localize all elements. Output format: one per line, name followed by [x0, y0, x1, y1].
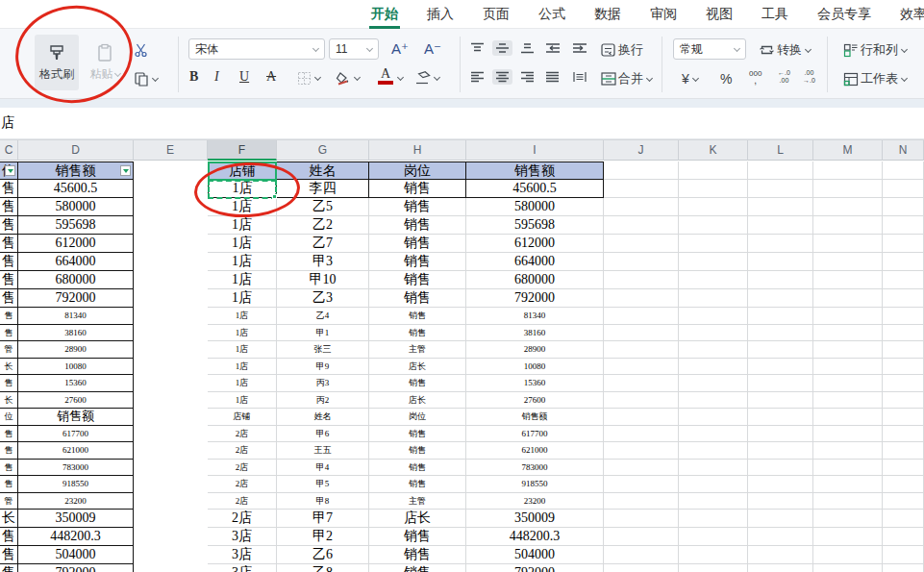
cell-M-row17[interactable]: [813, 442, 883, 460]
cell-H-row8[interactable]: 销售: [369, 289, 466, 308]
cell-I-row10[interactable]: 38160: [466, 325, 604, 342]
cell-D-row11[interactable]: 28900: [18, 341, 134, 359]
cell-M-row19[interactable]: [813, 476, 883, 493]
cell-L-row19[interactable]: [748, 476, 813, 493]
cell-M-row21[interactable]: [813, 510, 883, 528]
cell-I-row19[interactable]: 918550: [466, 476, 604, 493]
cell-G-row18[interactable]: 甲4: [277, 460, 369, 477]
cell-H-row15[interactable]: 岗位: [369, 409, 466, 426]
cell-L-row23[interactable]: [748, 546, 813, 564]
column-header-I[interactable]: I: [466, 140, 604, 161]
cell-G-row16[interactable]: 甲6: [277, 426, 369, 443]
cell-L-row2[interactable]: [748, 180, 813, 198]
menu-tab-页面[interactable]: 页面: [481, 2, 512, 27]
cell-M-row9[interactable]: [813, 308, 883, 325]
filter-button-C[interactable]: [5, 165, 15, 176]
cell-N-row4[interactable]: [883, 216, 924, 235]
cell-G-row17[interactable]: 王五: [277, 442, 369, 460]
cell-F-row11[interactable]: 1店: [208, 341, 277, 359]
cell-F-row10[interactable]: 1店: [208, 325, 277, 342]
bold-button[interactable]: B: [187, 67, 208, 87]
cell-N-row3[interactable]: [883, 198, 924, 216]
cell-K-row19[interactable]: [679, 476, 748, 493]
cell-J-row23[interactable]: [604, 546, 679, 564]
cell-N-row13[interactable]: [883, 375, 924, 392]
column-header-E[interactable]: E: [134, 140, 208, 161]
cell-G-row20[interactable]: 甲8: [277, 493, 369, 510]
cell-G-row3[interactable]: 乙5: [277, 198, 369, 216]
cell-L-row24[interactable]: [748, 564, 813, 572]
cell-H-row10[interactable]: 销售: [369, 325, 466, 342]
cell-I-row17[interactable]: 621000: [466, 442, 604, 460]
cell-M-row16[interactable]: [813, 426, 883, 443]
cell-I-row15[interactable]: 销售额: [466, 409, 604, 426]
paste-button[interactable]: 粘贴: [83, 35, 127, 90]
cell-G-row6[interactable]: 甲3: [277, 253, 369, 271]
copy-button[interactable]: [131, 69, 161, 88]
cell-F-row23[interactable]: 3店: [208, 546, 277, 564]
cell-J-row19[interactable]: [604, 476, 679, 493]
cell-C-row12[interactable]: 长: [0, 359, 18, 376]
cell-M-row11[interactable]: [813, 341, 883, 359]
align-right-button[interactable]: [517, 69, 537, 85]
cell-N-row5[interactable]: [883, 235, 924, 253]
cell-J-row10[interactable]: [604, 325, 679, 342]
thousands-separator-button[interactable]: 000 ,: [746, 67, 764, 86]
cell-K-row15[interactable]: [679, 409, 748, 426]
cell-K-row14[interactable]: [679, 392, 748, 410]
cell-J-row15[interactable]: [604, 409, 679, 426]
cell-I-row13[interactable]: 15360: [466, 375, 604, 392]
cell-K-row17[interactable]: [679, 442, 748, 460]
cut-button[interactable]: [131, 40, 152, 60]
cell-H-row20[interactable]: 主管: [369, 493, 466, 510]
cell-M-row12[interactable]: [813, 359, 883, 376]
cell-H-row19[interactable]: 销售: [369, 476, 466, 493]
cell-L-row4[interactable]: [748, 216, 813, 235]
cell-D-row3[interactable]: 580000: [18, 198, 134, 216]
cell-J-row5[interactable]: [604, 235, 679, 253]
cell-K-row10[interactable]: [679, 325, 748, 342]
cell-C-row23[interactable]: 售: [0, 546, 18, 564]
wrap-text-button[interactable]: 换行: [598, 39, 646, 61]
menu-tab-开始[interactable]: 开始: [369, 2, 400, 27]
cell-N-row1[interactable]: [883, 162, 924, 180]
cell-I-row4[interactable]: 595698: [466, 216, 604, 235]
cell-C-row3[interactable]: 售: [0, 198, 18, 216]
cell-D-row5[interactable]: 612000: [18, 235, 134, 253]
cell-D-row23[interactable]: 504000: [18, 546, 134, 564]
cell-G-row21[interactable]: 甲7: [277, 510, 369, 528]
cell-C-row11[interactable]: 管: [0, 341, 18, 359]
align-center-button[interactable]: [492, 69, 512, 85]
cell-H-row17[interactable]: 销售: [369, 442, 466, 460]
cell-D-row19[interactable]: 918550: [18, 476, 134, 493]
cell-K-row23[interactable]: [679, 546, 748, 564]
cell-N-row20[interactable]: [883, 493, 924, 510]
cell-H-row2[interactable]: 销售: [369, 180, 466, 198]
column-header-D[interactable]: D: [18, 140, 134, 161]
borders-button[interactable]: [294, 69, 323, 87]
cell-G-row7[interactable]: 甲10: [277, 271, 369, 289]
column-header-L[interactable]: L: [748, 140, 813, 161]
align-left-button[interactable]: [467, 69, 487, 85]
menu-tab-视图[interactable]: 视图: [704, 2, 735, 27]
cell-J-row17[interactable]: [604, 442, 679, 460]
cell-D-row15[interactable]: 销售额: [18, 409, 134, 426]
cell-F-row16[interactable]: 2店: [208, 426, 277, 443]
cell-G-row8[interactable]: 乙3: [277, 289, 369, 308]
cell-C-row21[interactable]: 长: [0, 510, 18, 528]
strikethrough-button[interactable]: A: [263, 67, 285, 87]
cell-D-row10[interactable]: 38160: [18, 325, 134, 342]
cell-H-row13[interactable]: 销售: [369, 375, 466, 392]
cell-H-row23[interactable]: 销售: [369, 546, 466, 564]
cell-D-row13[interactable]: 15360: [18, 375, 134, 392]
cell-D-row14[interactable]: 27600: [18, 392, 134, 410]
cell-N-row16[interactable]: [883, 426, 924, 443]
cell-K-row13[interactable]: [679, 375, 748, 392]
align-bottom-button[interactable]: [517, 40, 537, 56]
cell-H-row14[interactable]: 店长: [369, 392, 466, 410]
cell-C-row20[interactable]: 管: [0, 493, 18, 510]
cell-N-row22[interactable]: [883, 528, 924, 546]
cell-G-row23[interactable]: 乙6: [277, 546, 369, 564]
cell-G-row19[interactable]: 甲5: [277, 476, 369, 493]
cell-M-row8[interactable]: [813, 289, 883, 308]
